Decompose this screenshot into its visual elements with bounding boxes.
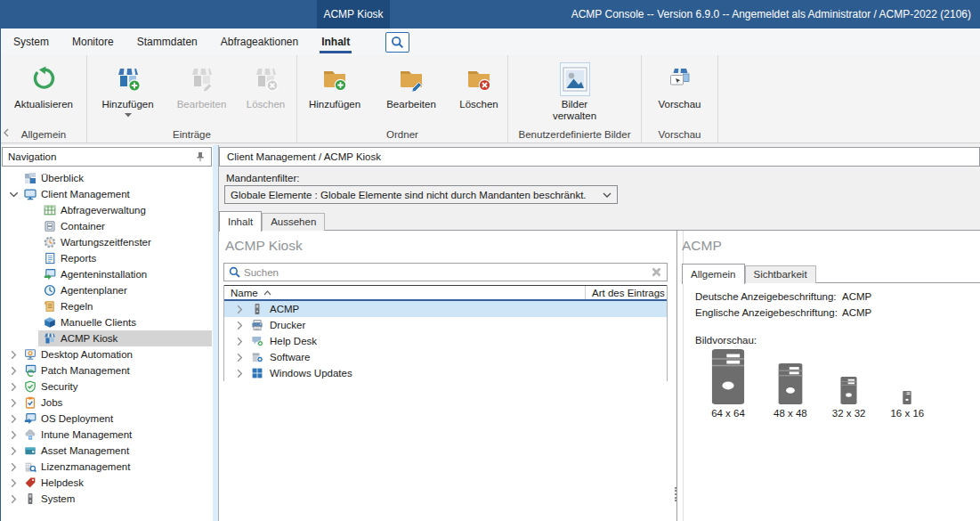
nav-item-container[interactable]: Container — [38, 218, 212, 234]
nav-item-label: Patch Management — [41, 365, 130, 376]
table-row-help-desk[interactable]: Help Desk — [224, 333, 667, 349]
nav-item-label: Desktop Automation — [41, 349, 133, 360]
ordner-hinzufuegen-button[interactable]: Hinzufügen — [297, 60, 372, 110]
nav-item-label: Jobs — [41, 397, 62, 408]
chevron-right-icon[interactable] — [232, 368, 247, 379]
menu-item-abfrageaktionen[interactable]: Abfrageaktionen — [221, 28, 298, 55]
nav-item-client-management[interactable]: Client Management — [2, 186, 212, 202]
chevron-right-icon[interactable] — [232, 352, 247, 363]
nav-item-security[interactable]: Security — [2, 379, 212, 395]
list-title: ACMP Kiosk — [225, 238, 303, 254]
menu-item-system[interactable]: System — [13, 28, 49, 55]
nav-item-asset-management[interactable]: Asset Management — [2, 443, 212, 459]
table-body: ACMPDruckerHelp DeskSoftwareWindows Upda… — [224, 301, 667, 381]
nav-item-regeln[interactable]: Regeln — [38, 298, 212, 314]
nav-item-ueberblick[interactable]: Überblick — [2, 170, 212, 186]
nav-item-label: OS Deployment — [41, 413, 113, 424]
nav-item-label: System — [41, 493, 75, 504]
kiosk-edit-icon — [189, 62, 215, 96]
table-row-windows-updates[interactable]: Windows Updates — [224, 365, 667, 381]
clear-search-icon[interactable] — [651, 266, 662, 278]
button-label: Löschen — [247, 99, 285, 110]
chevron-right-icon[interactable] — [4, 477, 23, 489]
chevron-right-icon[interactable] — [232, 304, 247, 315]
nav-item-os-deployment[interactable]: OS Deployment — [2, 411, 212, 427]
nav-item-desktop-automation[interactable]: Desktop Automation — [2, 346, 212, 362]
table-row-drucker[interactable]: Drucker — [224, 317, 667, 333]
mandantenfilter-value: Globale Elemente : Globale Elemente sind… — [231, 190, 603, 200]
chevron-down-icon[interactable] — [4, 189, 23, 200]
row-name: ACMP — [270, 304, 299, 314]
nav-item-intune-management[interactable]: Intune Management — [2, 427, 212, 443]
nav-item-agenteninstallation[interactable]: Agenteninstallation — [38, 266, 212, 282]
gear-clock-icon — [43, 236, 56, 248]
nav-item-agentenplaner[interactable]: Agentenplaner — [38, 282, 212, 298]
nav-item-patch-management[interactable]: Patch Management — [2, 362, 212, 379]
sort-ascending-icon — [263, 290, 271, 296]
kiosk-delete-icon — [253, 62, 279, 96]
chevron-right-icon[interactable] — [4, 461, 23, 473]
nav-item-system[interactable]: System — [2, 491, 212, 507]
menu-item-stammdaten[interactable]: Stammdaten — [137, 28, 198, 55]
chevron-right-icon[interactable] — [4, 445, 23, 457]
chevron-right-icon[interactable] — [4, 365, 23, 377]
pin-icon[interactable] — [195, 151, 206, 162]
bilder-verwalten-button[interactable]: Bilder verwalten — [513, 60, 637, 122]
tab-allgemein[interactable]: Allgemein — [682, 264, 745, 284]
search-input[interactable] — [244, 267, 647, 278]
search-button[interactable] — [385, 32, 409, 53]
titlebar-active-tab[interactable]: ACMP Kiosk — [317, 0, 390, 28]
navigation-panel: Navigation ÜberblickClient ManagementAbf… — [1, 145, 213, 521]
acmp-console-window: ACMP Kiosk ACMP Console -- Version 6.9.0… — [0, 0, 980, 521]
tower-image-icon — [775, 363, 806, 404]
ribbon-collapse-icon[interactable] — [3, 128, 10, 137]
column-header-name[interactable]: Name — [224, 286, 586, 299]
chevron-right-icon[interactable] — [4, 349, 23, 361]
chevron-right-icon[interactable] — [4, 397, 23, 409]
row-name: Help Desk — [270, 336, 317, 346]
menu-item-monitore[interactable]: Monitore — [72, 28, 114, 55]
scroll-icon — [43, 300, 56, 313]
eintrag-hinzufuegen-button[interactable]: Hinzufügen — [91, 60, 166, 118]
column-header-art-des-eintrags[interactable]: Art des Eintrags — [586, 288, 667, 298]
mandantenfilter-select[interactable]: Globale Elemente : Globale Elemente sind… — [224, 185, 618, 204]
chevron-right-icon[interactable] — [4, 381, 23, 393]
nav-item-manuelle-clients[interactable]: Manuelle Clients — [38, 314, 212, 330]
button-label: Hinzufügen — [101, 99, 153, 110]
nav-item-jobs[interactable]: Jobs — [2, 395, 212, 411]
tab-inhalt[interactable]: Inhalt — [219, 211, 262, 232]
chevron-right-icon[interactable] — [4, 493, 23, 505]
table-row-software[interactable]: Software — [224, 349, 667, 365]
nav-item-helpdesk[interactable]: Helpdesk — [2, 475, 212, 491]
eintrag-loeschen-button: Löschen — [239, 60, 294, 110]
ordner-loeschen-button[interactable]: Löschen — [450, 60, 507, 110]
tab-aussehen[interactable]: Aussehen — [262, 213, 325, 231]
navigation-tree: ÜberblickClient ManagementAbfrageverwalt… — [2, 170, 212, 520]
nav-item-lizenzmanagement[interactable]: Lizenzmanagement — [2, 459, 212, 475]
tab-sichtbarkeit[interactable]: Sichtbarkeit — [745, 265, 816, 283]
chevron-right-icon[interactable] — [232, 320, 247, 331]
chevron-right-icon[interactable] — [4, 429, 23, 441]
aktualisieren-button[interactable]: Aktualisieren — [3, 60, 85, 110]
nav-item-label: Container — [61, 221, 105, 232]
eintrag-bearbeiten-button: Bearbeiten — [168, 60, 236, 110]
ordner-bearbeiten-button[interactable]: Bearbeiten — [375, 60, 448, 110]
chat-add-icon — [250, 335, 264, 347]
table-row-acmp[interactable]: ACMP — [224, 301, 667, 317]
chevron-right-icon[interactable] — [4, 413, 23, 425]
menu-item-inhalt[interactable]: Inhalt — [321, 28, 350, 55]
patch-icon — [23, 364, 36, 377]
chevron-down-icon — [603, 192, 611, 198]
tag-icon — [23, 476, 36, 489]
tower-image-icon — [708, 349, 749, 404]
image-preview-64x64: 64 x 64 — [708, 349, 749, 419]
nav-item-reports[interactable]: Reports — [38, 250, 212, 266]
search-icon — [391, 36, 404, 49]
chevron-right-icon[interactable] — [232, 336, 247, 347]
nav-item-label: Manuelle Clients — [61, 317, 136, 328]
nav-item-wartungszeitfenster[interactable]: Wartungszeitfenster — [38, 234, 212, 250]
nav-item-acmp-kiosk[interactable]: ACMP Kiosk — [38, 330, 212, 346]
properties-splitter[interactable] — [676, 231, 677, 521]
vorschau-button[interactable]: Vorschau — [646, 60, 714, 110]
nav-item-abfrageverwaltung[interactable]: Abfrageverwaltung — [38, 202, 212, 218]
